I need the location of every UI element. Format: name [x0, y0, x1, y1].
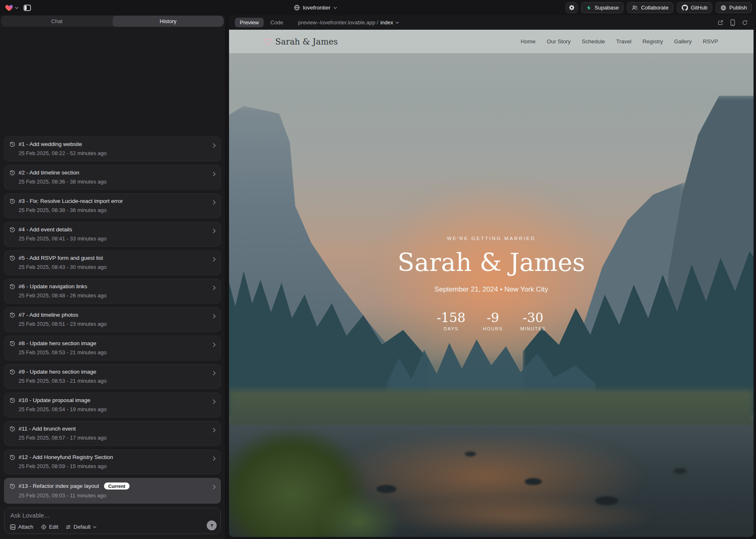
history-item[interactable]: #8 - Update hero section image 25 Feb 20…	[4, 336, 221, 360]
countdown-value: -9	[483, 310, 503, 325]
hero-title: Sarah & James	[229, 248, 754, 277]
history-restore-icon	[9, 341, 15, 346]
chevron-right-icon	[213, 285, 216, 290]
history-item-title: #8 - Update hero section image	[19, 340, 96, 346]
hero-eyebrow: WE'RE GETTING MARRIED	[229, 236, 754, 241]
history-item-time: 25 Feb 2025, 08:51 - 23 minutes ago	[19, 321, 208, 327]
site-nav-link[interactable]: Gallery	[674, 38, 692, 45]
site-nav-link[interactable]: Travel	[616, 38, 631, 45]
mobile-view-button[interactable]	[730, 19, 735, 26]
history-item[interactable]: #4 - Add event details 25 Feb 2025, 08:4…	[4, 222, 221, 247]
open-external-button[interactable]	[718, 20, 723, 26]
github-button[interactable]: GitHub	[677, 2, 712, 13]
history-restore-icon	[9, 198, 15, 204]
preview-url-base: preview--lovefrontier.lovable.app /	[298, 19, 378, 26]
site-nav-link[interactable]: Home	[521, 38, 536, 45]
site-brand-name: Sarah & James	[275, 37, 338, 47]
history-item-title: #4 - Add event details	[19, 226, 72, 233]
site-brand[interactable]: Sarah & James	[264, 37, 338, 47]
panel-left-icon	[24, 5, 31, 11]
history-item[interactable]: #11 - Add brunch event 25 Feb 2025, 08:5…	[4, 421, 221, 446]
countdown-label: HOURS	[483, 326, 503, 331]
history-item-title: #6 - Update navigation links	[19, 283, 87, 290]
chevron-right-icon	[213, 143, 216, 148]
sliders-icon	[66, 525, 71, 530]
tab-preview[interactable]: Preview	[235, 18, 264, 27]
history-item[interactable]: #3 - Fix: Resolve Lucide-react import er…	[4, 193, 221, 218]
history-item[interactable]: #13 - Refactor index page layout Current…	[4, 478, 221, 504]
site-nav-link[interactable]: RSVP	[703, 38, 718, 45]
history-item-time: 25 Feb 2025, 08:48 - 26 minutes ago	[19, 292, 208, 299]
history-item[interactable]: #9 - Update hero section image 25 Feb 20…	[4, 364, 221, 389]
history-item[interactable]: #5 - Add RSVP form and guest list 25 Feb…	[4, 250, 221, 275]
sidebar-toggle-button[interactable]	[21, 2, 33, 13]
chevron-right-icon	[213, 428, 216, 433]
image-attach-icon	[10, 524, 16, 530]
site-nav-link[interactable]: Schedule	[582, 38, 605, 45]
tab-chat[interactable]: Chat	[1, 16, 113, 27]
hero-content: WE'RE GETTING MARRIED Sarah & James Sept…	[229, 236, 754, 331]
supabase-bolt-icon	[586, 5, 592, 11]
hero-grass-2	[318, 491, 402, 537]
history-item-time: 25 Feb 2025, 08:59 - 15 minutes ago	[19, 463, 208, 469]
history-restore-icon	[9, 284, 15, 290]
history-restore-icon	[9, 398, 15, 403]
history-item-title: #12 - Add Honeyfund Registry Section	[19, 454, 113, 460]
mode-select-button[interactable]: Default	[66, 524, 97, 530]
users-icon	[632, 5, 638, 10]
hero-subtitle: September 21, 2024 • New York City	[229, 285, 754, 294]
left-panel: Chat History #1 - Add wedding website 25…	[0, 15, 225, 539]
chevron-down-icon	[333, 7, 337, 9]
preview-url[interactable]: preview--lovefrontier.lovable.app / inde…	[298, 19, 399, 26]
attach-button[interactable]: Attach	[10, 524, 33, 530]
refresh-button[interactable]	[742, 20, 748, 26]
site-nav-link[interactable]: Registry	[643, 38, 663, 45]
chevron-right-icon	[213, 342, 216, 347]
countdown-value: -30	[520, 310, 546, 325]
countdown-unit: -158 DAYS	[437, 310, 465, 331]
edit-label: Edit	[49, 524, 58, 530]
edit-button[interactable]: Edit	[41, 524, 58, 530]
preview-window: Preview Code preview--lovefrontier.lovab…	[229, 15, 754, 537]
send-prompt-button[interactable]	[207, 520, 217, 530]
preview-toolbar: Preview Code preview--lovefrontier.lovab…	[229, 15, 754, 30]
select-target-icon	[41, 524, 47, 530]
supabase-button[interactable]: Supabase	[581, 2, 624, 13]
history-item[interactable]: #12 - Add Honeyfund Registry Section 25 …	[4, 450, 221, 474]
lovable-heart-logo-icon	[5, 4, 13, 12]
app-window: lovefrontier Supabase Collab	[0, 0, 756, 539]
settings-button[interactable]	[566, 2, 578, 13]
tab-code[interactable]: Code	[265, 18, 288, 27]
history-item[interactable]: #10 - Update proposal image 25 Feb 2025,…	[4, 393, 221, 417]
history-restore-icon	[9, 227, 15, 233]
tab-history[interactable]: History	[113, 16, 224, 27]
chevron-right-icon	[213, 399, 216, 404]
lovable-logo-menu[interactable]	[5, 4, 19, 12]
history-item-time: 25 Feb 2025, 08:41 - 33 minutes ago	[19, 235, 208, 242]
project-switcher[interactable]: lovefrontier	[294, 0, 337, 15]
prompt-box: Attach Edit Default	[4, 508, 221, 534]
heart-outline-icon	[264, 38, 272, 45]
history-item[interactable]: #2 - Add timeline section 25 Feb 2025, 0…	[4, 165, 221, 190]
history-item[interactable]: #1 - Add wedding website 25 Feb 2025, 08…	[4, 137, 221, 161]
history-item-time: 25 Feb 2025, 08:38 - 36 minutes ago	[19, 207, 208, 213]
history-item-time: 25 Feb 2025, 08:22 - 52 minutes ago	[19, 150, 208, 156]
preview-url-page: index	[380, 19, 393, 26]
history-item[interactable]: #7 - Add timeline photos 25 Feb 2025, 08…	[4, 307, 221, 332]
topbar: lovefrontier Supabase Collab	[0, 0, 756, 15]
history-item-title: #9 - Update hero section image	[19, 369, 96, 375]
history-item[interactable]: #6 - Update navigation links 25 Feb 2025…	[4, 279, 221, 304]
history-restore-icon	[9, 369, 15, 375]
prompt-input[interactable]	[10, 512, 215, 521]
countdown-label: MINUTES	[520, 326, 546, 331]
countdown-value: -158	[437, 310, 465, 325]
project-name: lovefrontier	[303, 5, 331, 11]
history-item-title: #1 - Add wedding website	[19, 141, 82, 147]
history-restore-icon	[9, 483, 15, 489]
publish-button[interactable]: Publish	[716, 2, 752, 13]
history-item-title: #3 - Fix: Resolve Lucide-react import er…	[19, 198, 123, 204]
history-restore-icon	[9, 141, 15, 147]
collaborate-button[interactable]: Collaborate	[627, 2, 673, 13]
site-nav-link[interactable]: Our Story	[547, 38, 571, 45]
attach-label: Attach	[18, 524, 33, 530]
